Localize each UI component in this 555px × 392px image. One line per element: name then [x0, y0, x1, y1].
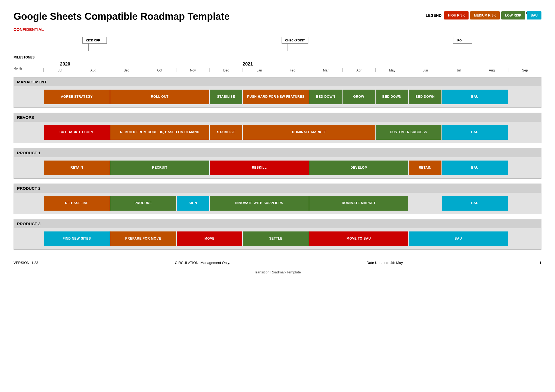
bar-bed-down: BED DOWN [376, 90, 408, 104]
bar-bau: BAU [442, 125, 508, 140]
month-label: Aug [77, 68, 110, 72]
bar-bed-down: BED DOWN [409, 90, 441, 104]
circulation-label: CIRCULATION: Management Only. [175, 261, 230, 265]
roadmap-main: MILESTONES KICK OFF CHECKPOINT [14, 37, 541, 250]
bar-move: MOVE [177, 231, 243, 246]
bar-stabilise: STABILISE [210, 90, 242, 104]
swimlane-title-revops: REVOPS [14, 113, 541, 122]
month-label: Jul [442, 68, 475, 72]
milestones-label: MILESTONES [14, 55, 43, 61]
bar-bau: BAU [442, 161, 508, 175]
swimlane-body-management: AGREE STRATEGYROLL OUTSTABILISEPUSH HARD… [14, 86, 541, 107]
swimlanes-container: MANAGEMENTAGREE STRATEGYROLL OUTSTABILIS… [14, 77, 541, 250]
bar-retain: RETAIN [409, 161, 441, 175]
milestone-kickoff: KICK OFF [82, 37, 107, 51]
page-wrapper: Google Sheets Compatible Roadmap Templat… [14, 11, 541, 274]
bar-dominate-market: DOMINATE MARKET [243, 125, 375, 140]
page-footer: Transition Roadmap Template [14, 270, 541, 274]
milestone-ipo: IPO [453, 37, 472, 51]
bar-bau: BAU [409, 231, 508, 246]
bar-agree-strategy: AGREE STRATEGY [44, 90, 110, 104]
bar-procure: PROCURE [110, 196, 176, 211]
bar-recruit: RECRUIT [110, 161, 209, 175]
bar-bed-down: BED DOWN [309, 90, 342, 104]
timeline-section: MILESTONES KICK OFF CHECKPOINT [14, 37, 541, 72]
legend-items: LEGEND HIGH RISK MEDIUM RISK LOW RISK BA… [426, 11, 541, 19]
bars-track-product3: FIND NEW SITESPREPARE FOR MOVEMOVESETTLE… [44, 231, 541, 246]
bars-track-product1: RETAINRECRUITRESKILLDEVELOPRETAINBAU [44, 161, 541, 175]
swimlane-body-product2: RE-BASELINEPROCURESIGNINNOVATE WITH SUPP… [14, 193, 541, 214]
legend-high-risk: HIGH RISK [444, 11, 469, 19]
bar-stabilise: STABILISE [210, 125, 242, 140]
swimlane-body-product1: RETAINRECRUITRESKILLDEVELOPRETAINBAU [14, 157, 541, 178]
month-label: Jun [409, 68, 442, 72]
swimlane-title-product2: PRODUCT 2 [14, 184, 541, 193]
version-label: VERSION: 1.23 [14, 261, 38, 265]
bar-bau: BAU [442, 90, 508, 104]
swimlane-product1: PRODUCT 1RETAINRECRUITRESKILLDEVELOPRETA… [14, 148, 541, 179]
page-title: Google Sheets Compatible Roadmap Templat… [14, 11, 230, 22]
swimlane-title-product3: PRODUCT 3 [14, 219, 541, 228]
month-label: Sep [508, 68, 541, 72]
bar-rebuild-from-core-up,-based-on-demand: REBUILD FROM CORE UP, BASED ON DEMAND [110, 125, 209, 140]
swimlane-product2: PRODUCT 2RE-BASELINEPROCURESIGNINNOVATE … [14, 184, 541, 214]
year-month-header: Month 2020 2021 JulAugSepOctNovDecJanFeb… [14, 61, 541, 72]
bar-cut-back-to-core: CUT BACK TO CORE [44, 125, 110, 140]
bar-customer-success: CUSTOMER SUCCESS [376, 125, 441, 140]
swimlane-title-management: MANAGEMENT [14, 77, 541, 86]
month-label: Sep [110, 68, 143, 72]
swimlane-title-product1: PRODUCT 1 [14, 148, 541, 157]
month-cols: 2020 2021 JulAugSepOctNovDecJanFebMarApr… [43, 61, 541, 72]
month-label: Apr [342, 68, 376, 72]
bar-grow: GROW [343, 90, 375, 104]
month-label: Aug [475, 68, 508, 72]
swimlane-body-revops: CUT BACK TO COREREBUILD FROM CORE UP, BA… [14, 122, 541, 143]
milestones-track: KICK OFF CHECKPOINT IPO [43, 37, 541, 61]
bars-track-product2: RE-BASELINEPROCURESIGNINNOVATE WITH SUPP… [44, 196, 541, 211]
bar-roll-out: ROLL OUT [110, 90, 209, 104]
footer: VERSION: 1.23 CIRCULATION: Management On… [14, 258, 541, 265]
month-label: Feb [276, 68, 309, 72]
milestone-checkpoint: CHECKPOINT [282, 37, 308, 51]
legend-title: LEGEND [426, 13, 441, 18]
month-label: Dec [209, 68, 243, 72]
confidential-label: CONFIDENTIAL [14, 27, 541, 32]
month-label: Nov [176, 68, 209, 72]
bar-re-baseline: RE-BASELINE [44, 196, 110, 211]
bar-push-hard-for-new-features: PUSH HARD FOR NEW FEATURES [243, 90, 309, 104]
bar-find-new-sites: FIND NEW SITES [44, 231, 110, 246]
bars-track-revops: CUT BACK TO COREREBUILD FROM CORE UP, BA… [44, 125, 541, 140]
swimlane-revops: REVOPSCUT BACK TO COREREBUILD FROM CORE … [14, 113, 541, 143]
bars-track-management: AGREE STRATEGYROLL OUTSTABILISEPUSH HARD… [44, 90, 541, 104]
bar-develop: DEVELOP [309, 161, 408, 175]
bar-retain: RETAIN [44, 161, 110, 175]
legend-bau: BAU [527, 11, 541, 19]
month-label: Oct [143, 68, 176, 72]
month-label: Mar [309, 68, 342, 72]
legend-low-risk: LOW RISK [501, 11, 525, 19]
date-updated-label: Date Updated: 4th May [367, 261, 403, 265]
month-label: Jan [243, 68, 276, 72]
page-number: 1 [540, 261, 541, 265]
bar-bau: BAU [442, 196, 508, 211]
milestones-row: MILESTONES KICK OFF CHECKPOINT [14, 37, 541, 61]
bar-innovate-with-suppliers: INNOVATE WITH SUPPLIERS [210, 196, 309, 211]
month-label: May [375, 68, 409, 72]
legend-medium-risk: MEDIUM RISK [470, 11, 500, 19]
bar-dominate-market: DOMINATE MARKET [309, 196, 408, 211]
swimlane-product3: PRODUCT 3FIND NEW SITESPREPARE FOR MOVEM… [14, 219, 541, 250]
swimlane-management: MANAGEMENTAGREE STRATEGYROLL OUTSTABILIS… [14, 77, 541, 108]
bar-reskill: RESKILL [210, 161, 309, 175]
bar-move-to-bau: MOVE TO BAU [309, 231, 408, 246]
bar-prepare-for-move: PREPARE FOR MOVE [110, 231, 176, 246]
month-label: Jul [43, 68, 77, 72]
bar-settle: SETTLE [243, 231, 309, 246]
bar-sign: SIGN [177, 196, 209, 211]
swimlane-body-product3: FIND NEW SITESPREPARE FOR MOVEMOVESETTLE… [14, 228, 541, 249]
